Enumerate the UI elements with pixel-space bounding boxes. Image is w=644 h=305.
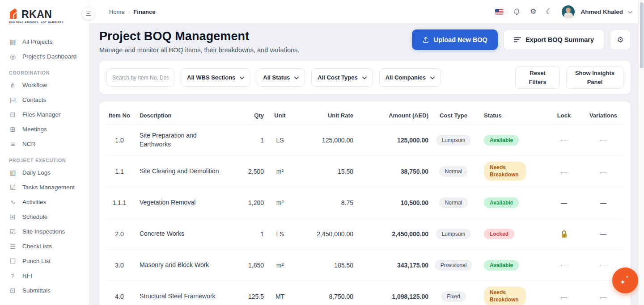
status-filter-select[interactable]: All Status	[257, 68, 305, 87]
cost-type-badge: Normal	[439, 197, 468, 208]
brand-logo: RKAN BUILDING BRIDGES, NOT BARRIERS	[0, 0, 89, 24]
sidebar-item-submittals[interactable]: ⊡Submittals	[0, 283, 89, 298]
boq-settings-gear-button[interactable]: ⚙	[610, 29, 631, 50]
cell-cost-type: Normal	[428, 197, 479, 208]
sidebar-section-title: COORDINATION	[0, 64, 89, 78]
column-header: Lock	[546, 112, 582, 119]
table-row[interactable]: 3.0Masonry and Block Work1,850m²185.5034…	[106, 250, 624, 281]
table-row[interactable]: 4.0Structural Steel Framework125.5MT8,75…	[106, 281, 624, 305]
status-badge: Needs Breakdown	[484, 287, 526, 305]
sparkle-small-icon: ✦	[626, 275, 629, 279]
cell-amount: 38,750.00	[353, 168, 428, 175]
breadcrumb-current[interactable]: Finance	[133, 8, 155, 15]
table-row[interactable]: 1.1Site Clearing and Demolition2,500m²15…	[106, 156, 624, 187]
table-row[interactable]: 1.1.1Vegetation Removal1,200m²8.7510,500…	[106, 187, 624, 218]
sidebar-item-label: Files Manager	[22, 111, 61, 118]
sidebar-item-contacts[interactable]: ▤Contacts	[0, 92, 89, 107]
settings-gear-icon[interactable]: ⚙	[530, 8, 536, 15]
cell-item-no: 1.1	[106, 168, 133, 175]
cell-unit-rate: 185.50	[296, 262, 353, 269]
column-header: Description	[133, 112, 223, 119]
scrollbar-thumb[interactable]	[640, 2, 644, 68]
status-badge: Available	[484, 197, 519, 208]
export-boq-summary-button[interactable]: Export BOQ Summary	[504, 29, 604, 50]
cell-unit: LS	[264, 230, 296, 238]
cell-description: Masonry and Block Work	[133, 261, 223, 270]
cell-qty: 2,500	[223, 168, 264, 175]
sidebar-item-punch-list[interactable]: ☐Punch List	[0, 254, 89, 268]
cell-description: Site Clearing and Demolition	[133, 167, 223, 176]
breadcrumb-home[interactable]: Home	[109, 8, 125, 15]
schedule-icon: ⊞	[9, 213, 17, 220]
sidebar-item-files-manager[interactable]: ⊟Files Manager	[0, 107, 89, 122]
user-avatar[interactable]	[562, 5, 575, 18]
sidebar-item-checklists[interactable]: ☰CheckLists	[0, 239, 89, 254]
sidebar-item-label: RFI	[22, 272, 32, 279]
table-row[interactable]: 2.0Concrete Works1LS2,450,000.002,450,00…	[106, 218, 624, 250]
cell-cost-type: Lumpsum	[428, 135, 479, 146]
search-input[interactable]	[106, 68, 174, 87]
cell-item-no: 3.0	[106, 262, 133, 269]
sidebar-item-tasks-management[interactable]: ☑Tasks Management	[0, 180, 89, 195]
sidebar-item-daily-logs[interactable]: ▥Daily Logs	[0, 165, 89, 180]
wbs-filter-select[interactable]: All WBS Sections	[181, 68, 250, 87]
sidebar-item-site-inspections[interactable]: ☑Site Inspections	[0, 224, 89, 239]
meetings-icon: ⊞	[9, 126, 17, 133]
upload-icon	[422, 36, 429, 43]
sidebar-item-label: Contacts	[22, 96, 46, 103]
cell-lock	[546, 230, 582, 238]
checklists-icon: ☰	[9, 243, 17, 250]
table-row[interactable]: 1.0Site Preparation and Earthworks1LS125…	[106, 125, 624, 156]
column-header: Variations	[582, 112, 624, 119]
cell-qty: 125.5	[223, 293, 264, 300]
company-filter-select[interactable]: All Companies	[379, 68, 441, 87]
page-title: Project BOQ Management	[99, 29, 299, 43]
daily-logs-icon: ▥	[9, 169, 17, 176]
cost-type-badge: Lumpsum	[436, 229, 471, 239]
sidebar-item-label: Tasks Management	[22, 184, 75, 191]
sidebar-item-activities[interactable]: ∿Activities	[0, 195, 89, 209]
dark-mode-moon-icon[interactable]: ☾	[546, 8, 552, 16]
cell-status: Needs Breakdown	[479, 162, 546, 181]
sidebar-item-meetings[interactable]: ⊞Meetings	[0, 122, 89, 137]
cell-unit: m²	[264, 262, 296, 269]
user-name[interactable]: Ahmed Khaled	[580, 8, 623, 15]
sidebar-toggle-button[interactable]	[82, 8, 94, 20]
sidebar-section-title: PROJECT EXECUTION	[0, 151, 89, 165]
sidebar-item-ncr[interactable]: ≋NCR	[0, 137, 89, 151]
projects-icon: ▦	[9, 38, 17, 45]
upload-new-boq-button[interactable]: Upload New BOQ	[412, 29, 498, 50]
sidebar-item-dashboard[interactable]: ◎Project's Dashboard	[0, 49, 89, 64]
chevron-down-icon	[240, 74, 244, 81]
notifications-bell-icon[interactable]	[513, 8, 521, 16]
cell-status: Needs Breakdown	[479, 287, 546, 305]
select-value: All WBS Sections	[187, 74, 235, 81]
reset-filters-button[interactable]: Reset Filters	[515, 66, 560, 89]
status-badge: Needs Breakdown	[484, 162, 526, 181]
language-flag-icon[interactable]	[495, 9, 504, 15]
status-badge: Locked	[484, 229, 514, 239]
column-header: Amount (AED)	[353, 112, 428, 119]
cell-status: Available	[479, 260, 546, 271]
status-badge: Available	[484, 135, 519, 146]
column-header: Cost Type	[428, 112, 479, 119]
cost-type-filter-select[interactable]: All Cost Types	[311, 68, 373, 87]
sidebar-item-projects[interactable]: ▦All Projects	[0, 34, 89, 49]
sidebar-item-workflow[interactable]: ⋔Workflow	[0, 78, 89, 92]
cell-cost-type: Fixed	[428, 291, 479, 302]
cell-variations: —	[582, 262, 624, 269]
gear-icon: ⚙	[617, 35, 623, 45]
cell-amount: 10,500.00	[353, 199, 428, 206]
sidebar-item-label: Submittals	[22, 287, 51, 294]
cell-unit: LS	[264, 137, 296, 144]
show-insights-panel-button[interactable]: Show Insights Panel	[566, 66, 623, 89]
user-menu-chevron-icon[interactable]	[628, 8, 632, 16]
sidebar-item-schedule[interactable]: ⊞Schedule	[0, 209, 89, 224]
chevron-down-icon	[430, 74, 435, 81]
sidebar-item-rfi[interactable]: ?RFI	[0, 268, 89, 283]
cell-unit-rate: 2,450,000.00	[296, 230, 353, 238]
cell-item-no: 1.0	[106, 137, 133, 144]
breadcrumb: Home › Finance	[109, 8, 155, 15]
ai-assistant-fab-button[interactable]: ✦ ✦	[612, 267, 638, 293]
sidebar-item-label: CheckLists	[22, 243, 52, 250]
